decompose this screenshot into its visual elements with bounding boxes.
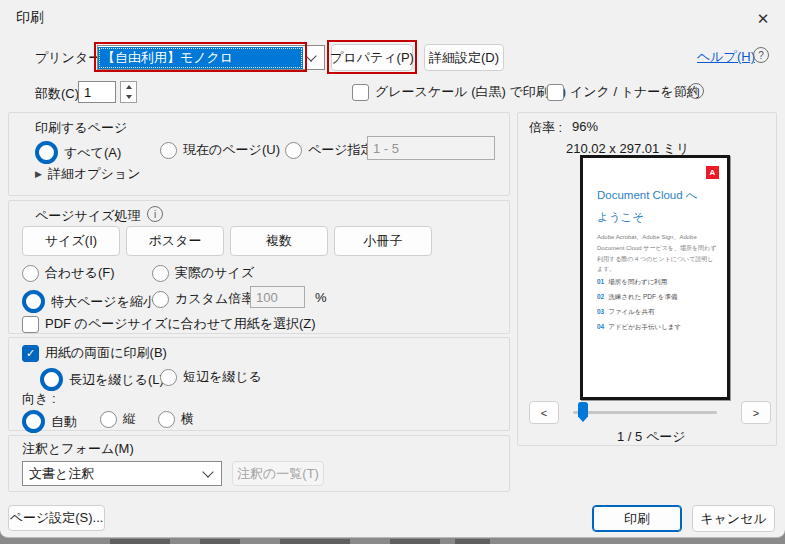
print-button[interactable]: 印刷	[592, 505, 682, 532]
radio-actual-size[interactable]: 実際のサイズ	[152, 264, 254, 282]
list-item: 02洗練された PDF を準備	[597, 289, 681, 304]
scale-value: 96%	[572, 119, 598, 134]
background-app-fragment	[455, 539, 490, 544]
page-slider-track[interactable]	[573, 411, 717, 414]
page-setup-button[interactable]: ページ設定(S)...	[8, 505, 105, 531]
fit-label: 合わせる(F)	[45, 264, 115, 282]
radio-all-pages[interactable]: すべて(A)	[35, 141, 121, 164]
comments-select[interactable]: 文書と注釈	[22, 461, 222, 486]
auto-label: 自動	[51, 413, 77, 431]
custom-scale-label: カスタム倍率 :	[175, 290, 261, 308]
radio-long-edge[interactable]: 長辺を綴じる(L)	[40, 368, 164, 391]
radio-indicator	[152, 291, 169, 308]
radio-indicator	[22, 410, 45, 433]
short-edge-label: 短辺を綴じる	[183, 368, 262, 386]
radio-indicator	[22, 265, 39, 282]
more-options-expander[interactable]: ▶ 詳細オプション	[35, 165, 140, 183]
radio-indicator	[160, 369, 177, 386]
radio-indicator	[100, 411, 117, 428]
preview-doc-body: Adobe Acrobat、Adobe Sign、Adobe Document …	[597, 232, 717, 275]
help-question-icon[interactable]: ?	[753, 47, 769, 63]
radio-custom-scale[interactable]: カスタム倍率 :	[152, 290, 261, 308]
next-page-button[interactable]: >	[741, 401, 771, 424]
collapsed-arrow-icon: ▶	[35, 169, 42, 179]
choose-paper-checkbox[interactable]: PDF のページサイズに合わせて用紙を選択(Z)	[22, 315, 316, 333]
radio-current-page[interactable]: 現在のページ(U)	[160, 141, 280, 159]
preview-doc-title-1: Document Cloud へ	[597, 188, 698, 203]
adobe-logo-icon: A	[706, 166, 719, 179]
copies-input[interactable]	[78, 81, 116, 103]
previous-page-button[interactable]: <	[529, 401, 559, 424]
radio-indicator	[40, 368, 63, 391]
pages-section-title: 印刷するページ	[35, 119, 127, 137]
comments-selected-value: 文書と注釈	[23, 465, 200, 483]
radio-orientation-portrait[interactable]: 縦	[100, 410, 136, 428]
checkbox-indicator	[22, 316, 39, 333]
more-options-label: 詳細オプション	[48, 165, 141, 183]
printer-selected-value: 【自由利用】モノクロ	[98, 47, 303, 69]
current-page-label: 現在のページ(U)	[183, 141, 280, 159]
cancel-button[interactable]: キャンセル	[692, 505, 775, 532]
preview-doc-list: 01場所を問わずに利用 02洗練された PDF を準備 03ファイルを共有 04…	[597, 274, 681, 334]
poster-mode-button[interactable]: ポスター	[126, 226, 224, 256]
background-app-fragment	[390, 539, 440, 544]
portrait-label: 縦	[123, 410, 136, 428]
booklet-mode-button[interactable]: 小冊子	[334, 226, 432, 256]
custom-scale-input[interactable]	[250, 286, 305, 308]
size-section-title: ページサイズ処理	[35, 207, 141, 225]
radio-short-edge[interactable]: 短辺を綴じる	[160, 368, 262, 386]
duplex-checkbox[interactable]: ✓ 用紙の両面に印刷(B)	[22, 344, 167, 362]
radio-indicator	[35, 141, 58, 164]
close-icon[interactable]: ✕	[750, 7, 776, 31]
properties-button[interactable]: プロパティ(P)	[331, 44, 413, 71]
save-ink-checkbox[interactable]: インク / トナーを節約	[547, 83, 700, 101]
grayscale-checkbox[interactable]: グレースケール (白黒) で印刷(Y)	[352, 83, 566, 101]
multiple-mode-button[interactable]: 複数	[230, 226, 328, 256]
radio-indicator	[158, 411, 175, 428]
radio-indicator	[285, 142, 302, 159]
landscape-label: 横	[181, 410, 194, 428]
comments-section-title: 注釈とフォーム(M)	[22, 440, 134, 458]
scale-label: 倍率 :	[529, 119, 562, 137]
background-app-fragment	[280, 539, 350, 544]
stepper-up-icon[interactable]	[121, 82, 136, 92]
chevron-down-icon	[305, 50, 316, 61]
shrink-label: 特大ページを縮小	[51, 293, 156, 311]
radio-orientation-auto[interactable]: 自動	[22, 410, 77, 433]
help-link[interactable]: ヘルプ(H)	[697, 48, 755, 66]
dialog-title: 印刷	[16, 9, 44, 27]
stepper-down-icon[interactable]	[121, 92, 136, 102]
grayscale-label: グレースケール (白黒) で印刷(Y)	[375, 83, 566, 101]
size-mode-button[interactable]: サイズ(I)	[22, 226, 120, 256]
radio-indicator	[22, 290, 45, 313]
advanced-settings-button[interactable]: 詳細設定(D)	[424, 44, 504, 71]
checkbox-indicator	[547, 84, 564, 101]
checkbox-checked-icon: ✓	[22, 345, 39, 362]
actual-size-label: 実際のサイズ	[175, 264, 254, 282]
chevron-down-icon	[202, 466, 213, 477]
all-pages-label: すべて(A)	[64, 144, 121, 162]
list-item: 01場所を問わずに利用	[597, 274, 681, 289]
preview-doc-title-2: ようこそ	[597, 210, 644, 225]
list-item: 03ファイルを共有	[597, 304, 681, 319]
list-item: 04アドビがお手伝いします	[597, 319, 681, 334]
page-range-input[interactable]	[367, 136, 495, 160]
print-dialog: 印刷 ✕ プリンター(N) : 【自由利用】モノクロ プロパティ(P) 詳細設定…	[0, 0, 785, 538]
long-edge-label: 長辺を綴じる(L)	[69, 371, 164, 389]
radio-shrink-oversized[interactable]: 特大ページを縮小	[22, 290, 156, 313]
radio-indicator	[152, 265, 169, 282]
duplex-label: 用紙の両面に印刷(B)	[45, 344, 167, 362]
save-ink-label: インク / トナーを節約	[570, 83, 700, 101]
background-app-fragment	[110, 539, 170, 544]
background-app-fragment	[200, 539, 240, 544]
checkbox-indicator	[352, 84, 369, 101]
radio-orientation-landscape[interactable]: 横	[158, 410, 194, 428]
radio-fit[interactable]: 合わせる(F)	[22, 264, 115, 282]
info-icon[interactable]: i	[688, 83, 704, 99]
copies-stepper[interactable]	[120, 81, 137, 103]
page-preview: A Document Cloud へ ようこそ Adobe Acrobat、Ad…	[580, 155, 730, 400]
printer-select[interactable]: 【自由利用】モノクロ	[97, 45, 325, 70]
size-info-icon[interactable]: i	[147, 206, 163, 222]
choose-paper-label: PDF のページサイズに合わせて用紙を選択(Z)	[45, 315, 316, 333]
radio-indicator	[160, 142, 177, 159]
